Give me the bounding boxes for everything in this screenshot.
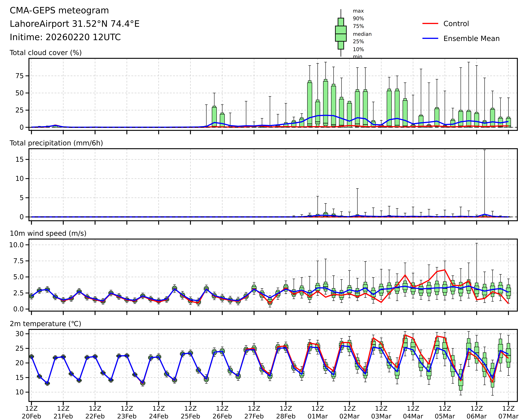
- xtick-date-label: 07Mar: [498, 412, 519, 420]
- ensemble-mean-line-label: Ensemble Mean: [444, 34, 500, 43]
- chart-subtitle-inittime: Initime: 20260220 12UTC: [10, 32, 121, 42]
- panel-total-precipitation-ytick-label: 5: [19, 194, 24, 202]
- panel-total-precipitation-ytick-label: 10: [15, 175, 24, 183]
- xtick-date-label: 01Mar: [308, 412, 328, 420]
- panel-title-wind-speed: 10m wind speed (m/s): [10, 229, 87, 237]
- panel-2m-temperature-ytick-label: 25: [15, 344, 24, 352]
- xtick-date-label: 24Feb: [149, 412, 168, 420]
- xtick-hour-label: 12Z: [248, 405, 260, 412]
- xtick-date-label: 03Mar: [371, 412, 392, 420]
- xtick-hour-label: 12Z: [311, 405, 324, 412]
- xtick-hour-label: 12Z: [407, 405, 419, 412]
- legend-label-max: max: [353, 8, 364, 14]
- panel-title-cloud-cover: Total cloud cover (%): [10, 49, 82, 57]
- xtick-date-label: 28Feb: [276, 412, 296, 420]
- xtick-date-label: 05Mar: [435, 412, 455, 420]
- legend-label-75pct: 75%: [353, 23, 364, 29]
- panel-total-cloud-cover-ytick-label: 25: [15, 106, 24, 114]
- xtick-hour-label: 12Z: [152, 405, 165, 412]
- xtick-date-label: 25Feb: [181, 412, 200, 420]
- xtick-hour-label: 12Z: [470, 405, 483, 412]
- panel-total-precipitation-ytick-label: 15: [15, 156, 24, 163]
- legend-label-10pct: 10%: [353, 46, 364, 52]
- panel-total-precipitation-boxes: [29, 150, 511, 217]
- meteogram-chart: 02550750510150.02.55.07.510.010152025301…: [0, 0, 524, 420]
- chart-subtitle-location: LahoreAirport 31.52°N 74.4°E: [10, 19, 140, 29]
- panel-total-precipitation: 051015: [15, 149, 517, 225]
- meteogram-figure: 02550750510150.02.55.07.510.010152025301…: [0, 0, 524, 420]
- panel-10m-wind-speed: 0.02.55.07.510.0: [9, 239, 517, 315]
- xtick-date-label: 26Feb: [212, 412, 232, 420]
- panel-total-cloud-cover: 0255075: [15, 58, 517, 134]
- panel-10m-wind-speed-ytick-label: 10.0: [9, 241, 24, 249]
- legend-label-median: median: [353, 31, 372, 37]
- legend-label-90pct: 90%: [353, 16, 364, 21]
- panel-2m-temperature-ytick-label: 15: [15, 374, 24, 381]
- legend-box-90: [338, 18, 344, 26]
- legend-label-25pct: 25%: [353, 39, 364, 44]
- xtick-date-label: 23Feb: [117, 412, 137, 420]
- box-whisker-legend-glyph: [334, 9, 348, 57]
- xtick-hour-label: 12Z: [89, 405, 101, 412]
- panel-10m-wind-speed-ytick-label: 5.0: [13, 273, 24, 281]
- xtick-date-label: 06Mar: [467, 412, 487, 420]
- panel-total-cloud-cover-y-axis: 0255075: [15, 72, 29, 131]
- legend-box-10: [338, 41, 344, 49]
- panel-total-cloud-cover-grid: [29, 58, 517, 130]
- panel-total-precipitation-ytick-label: 0: [19, 213, 24, 221]
- xtick-date-label: 22Feb: [85, 412, 105, 420]
- xtick-hour-label: 12Z: [502, 405, 515, 412]
- panel-total-cloud-cover-frame: [29, 58, 517, 130]
- xtick-hour-label: 12Z: [184, 405, 197, 412]
- panel-10m-wind-speed-y-axis: 0.02.55.07.510.0: [9, 241, 29, 313]
- legend-label-min: min: [353, 54, 362, 60]
- xtick-hour-label: 12Z: [216, 405, 228, 412]
- panel-total-cloud-cover-ytick-label: 0: [19, 123, 24, 131]
- panel-2m-temperature: 1015202530: [15, 329, 517, 405]
- xtick-hour-label: 12Z: [279, 405, 292, 412]
- panel-10m-wind-speed-ytick-label: 7.5: [13, 257, 24, 265]
- panel-title-temperature: 2m temperature (℃): [10, 320, 81, 328]
- control-line-swatch: [422, 23, 438, 24]
- xtick-hour-label: 12Z: [438, 405, 451, 412]
- panel-2m-temperature-boxes: [29, 332, 511, 395]
- x-axis-labels: 12Z20Feb12Z21Feb12Z22Feb12Z23Feb12Z24Feb…: [22, 405, 519, 420]
- xtick-date-label: 20Feb: [22, 412, 41, 420]
- xtick-date-label: 27Feb: [244, 412, 264, 420]
- xtick-hour-label: 12Z: [25, 405, 38, 412]
- panel-2m-temperature-ytick-label: 20: [15, 359, 24, 367]
- chart-title: CMA-GEPS meteogram: [10, 6, 109, 15]
- control-line-label: Control: [444, 19, 469, 28]
- xtick-date-label: 21Feb: [53, 412, 73, 420]
- panel-total-precipitation-y-axis: 051015: [15, 156, 29, 221]
- xtick-hour-label: 12Z: [343, 405, 356, 412]
- xtick-date-label: 04Mar: [403, 412, 423, 420]
- xtick-hour-label: 12Z: [57, 405, 70, 412]
- xtick-hour-label: 12Z: [375, 405, 388, 412]
- panel-10m-wind-speed-ytick-label: 0.0: [13, 305, 24, 313]
- panel-10m-wind-speed-ytick-label: 2.5: [13, 289, 24, 297]
- panel-2m-temperature-ytick-label: 10: [15, 388, 24, 396]
- panel-title-precipitation: Total precipitation (mm/6h): [10, 139, 103, 147]
- panel-total-cloud-cover-ytick-label: 50: [15, 89, 24, 97]
- xtick-hour-label: 12Z: [121, 405, 133, 412]
- panel-total-cloud-cover-boxes: [29, 62, 511, 128]
- xtick-date-label: 02Mar: [339, 412, 360, 420]
- panel-total-cloud-cover-ytick-label: 75: [15, 72, 24, 80]
- panel-2m-temperature-y-axis: 1015202530: [15, 330, 29, 396]
- ensemble-mean-line-swatch: [422, 38, 438, 39]
- panel-2m-temperature-ytick-label: 30: [15, 330, 24, 338]
